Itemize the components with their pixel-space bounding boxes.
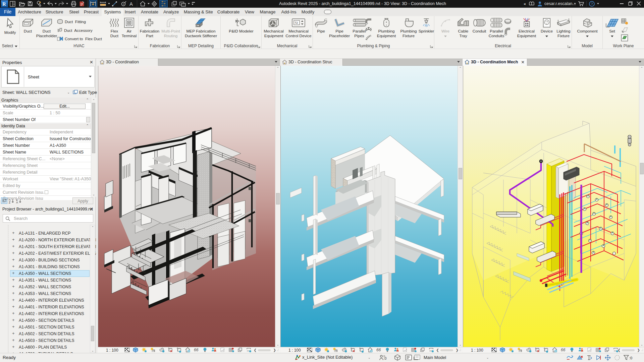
svg-text:R: R [2,1,6,7]
svg-text::0: :0 [629,356,632,360]
svg-text:66: 66 [194,348,199,352]
svg-text:A: A [16,201,18,204]
svg-text:?: ? [591,2,593,6]
svg-text:66: 66 [376,348,381,352]
svg-text:A: A [129,1,133,7]
svg-text::0: :0 [384,357,387,360]
svg-text:66: 66 [561,348,566,352]
svg-text:0: 0 [123,3,124,6]
svg-text:Z: Z [9,201,10,204]
svg-text:72: 72 [294,21,298,24]
